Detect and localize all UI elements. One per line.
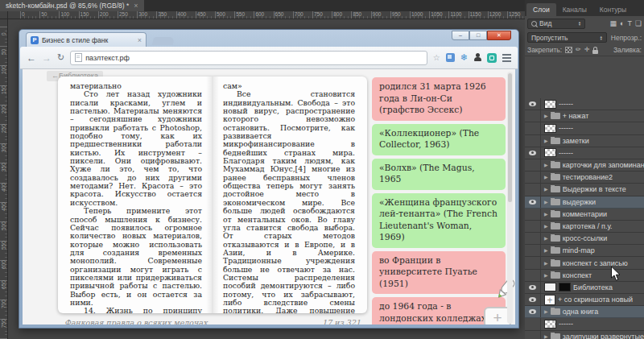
layer-row[interactable]: Библиотека [525, 282, 644, 294]
maximize-button[interactable]: □ [469, 31, 487, 40]
photoshop-document-tab[interactable]: sketch-комбайн.psd @ 85,6% (RGB/8) * × [0, 0, 144, 11]
layer-row[interactable]: ▶выдержки [525, 196, 644, 209]
scrollbar-thumb[interactable] [508, 73, 512, 202]
filter-type-icon[interactable]: ◐ [620, 19, 624, 27]
lock-paint-icon[interactable]: ✏ [576, 47, 581, 53]
lock-all-icon[interactable] [592, 50, 598, 54]
filter-kind-dropdown[interactable]: Вид [527, 19, 585, 29]
filter-type-icon[interactable]: T [627, 19, 632, 27]
layer-thumbnail[interactable] [544, 283, 556, 291]
panel-tab[interactable]: Контуры [593, 3, 633, 16]
sticky-note[interactable]: «Женщина французского лей-тенанта» (The … [372, 193, 506, 248]
panel-tab[interactable]: Слои [526, 3, 556, 16]
layer-row[interactable]: ▶картотека / п.у. [525, 221, 644, 233]
back-icon[interactable]: ← [27, 53, 36, 63]
visibility-toggle[interactable] [525, 306, 541, 317]
expander-icon[interactable]: ▶ [544, 114, 548, 118]
close-icon[interactable]: × [134, 0, 138, 11]
visibility-toggle[interactable] [525, 233, 541, 244]
visibility-toggle[interactable] [525, 110, 541, 122]
visibility-toggle[interactable] [525, 122, 541, 134]
layer-row[interactable]: ▶Выдержки в тексте [525, 184, 644, 196]
address-bar[interactable]: пазлтекст.рф [70, 51, 427, 65]
extension-icon-blue[interactable] [446, 53, 455, 62]
visibility-toggle[interactable] [525, 196, 541, 208]
layer-row[interactable]: ------ [525, 147, 644, 159]
filter-type-icon[interactable]: ▦ [609, 19, 617, 27]
visibility-toggle[interactable] [525, 257, 541, 268]
blend-mode-dropdown[interactable]: Пропустить [527, 32, 607, 43]
visibility-toggle[interactable] [525, 184, 541, 195]
lock-position-icon[interactable]: ✛ [584, 47, 590, 53]
expander-icon[interactable]: ▶ [544, 163, 548, 167]
layer-row[interactable]: ▶конспект с записью [525, 257, 644, 269]
expander-icon[interactable]: ▶ [544, 248, 548, 253]
visibility-toggle[interactable] [525, 209, 541, 220]
layer-thumbnail[interactable] [544, 124, 556, 133]
expander-icon[interactable]: ▶ [544, 212, 548, 217]
mask-thumbnail[interactable] [559, 283, 571, 291]
bookmark-star-icon[interactable]: ☆ [433, 54, 440, 62]
layer-row[interactable]: ------ [525, 98, 644, 110]
visibility-toggle[interactable] [525, 282, 541, 293]
expander-icon[interactable]: ▶ [544, 273, 548, 278]
layer-row[interactable]: ------ [525, 122, 644, 134]
layer-thumbnail[interactable]: + [544, 295, 555, 305]
app-icon-teal[interactable] [487, 53, 497, 63]
forward-icon[interactable]: → [42, 53, 52, 63]
expander-icon[interactable]: ▶ [544, 138, 548, 143]
layer-thumbnail[interactable] [544, 100, 556, 109]
visibility-toggle[interactable] [525, 135, 541, 147]
visibility-toggle[interactable] [525, 172, 541, 183]
sticky-note[interactable]: родился 31 марта 1926 года в Ли-он-Си (г… [372, 77, 506, 121]
close-icon[interactable]: × [138, 36, 142, 44]
filter-type-icon[interactable]: ❏ [635, 19, 642, 27]
layer-row[interactable]: ▶одна книга [525, 306, 644, 318]
close-button[interactable]: ✕ [487, 31, 511, 40]
person-icon[interactable] [473, 53, 481, 62]
layer-row[interactable]: ▶заметки [525, 135, 644, 147]
minimize-button[interactable]: – [452, 31, 469, 40]
visibility-toggle[interactable] [525, 159, 541, 171]
layer-row[interactable]: ▶комментарии [525, 209, 644, 221]
menu-icon[interactable] [502, 54, 511, 56]
layer-thumbnail[interactable] [544, 148, 556, 157]
layer-thumbnail[interactable] [544, 320, 556, 329]
expander-icon[interactable]: ▶ [544, 224, 548, 229]
expander-icon[interactable]: ▶ [544, 236, 548, 241]
sticky-note[interactable]: «Коллекционер» (The Collector, 1963) [372, 124, 506, 155]
sticky-note[interactable]: «Волхв» (The Magus, 1965 [372, 159, 506, 190]
layer-row[interactable]: ▶mind-map [525, 245, 644, 257]
layer-row[interactable]: ------ [525, 318, 644, 330]
layer-row[interactable]: ▶залипушки развернутые [525, 331, 644, 339]
panel-tab[interactable]: Каналы [556, 3, 593, 16]
browser-tab[interactable]: Р Бизнес в стиле фанк × [26, 32, 147, 47]
visibility-toggle[interactable] [525, 147, 541, 159]
visibility-toggle[interactable] [525, 270, 541, 281]
layer-row[interactable]: ▶карточки для запоминания [525, 159, 644, 172]
expander-icon[interactable]: ▶ [544, 261, 548, 266]
layer-row[interactable]: ▶+ нажат [525, 110, 644, 122]
sticky-note[interactable]: во Франции в университете Пуатье (1951) [372, 251, 506, 295]
layer-row[interactable]: ++ со скриншота новый [525, 294, 644, 306]
lock-transparency-icon[interactable] [565, 47, 572, 53]
expander-icon[interactable]: ▶ [544, 200, 548, 205]
layer-row[interactable]: ▶тестирование2 [525, 172, 644, 184]
expander-icon[interactable]: ▶ [544, 175, 548, 180]
visibility-toggle[interactable] [525, 98, 541, 110]
expander-icon[interactable]: ▶ [544, 187, 548, 192]
reload-icon[interactable]: ↻ [57, 53, 64, 62]
expander-icon[interactable]: ▶ [544, 309, 548, 314]
visibility-toggle[interactable] [525, 221, 541, 232]
expander-icon[interactable]: ▶ [544, 334, 548, 339]
new-tab-button[interactable] [152, 37, 175, 45]
layer-row[interactable]: ▶кросс-ссылки [525, 233, 644, 245]
content-scrollbar[interactable] [507, 72, 513, 324]
visibility-toggle[interactable] [525, 294, 541, 305]
visibility-toggle[interactable] [525, 318, 541, 329]
snowflake-extension-icon[interactable]: ❄ [460, 53, 468, 62]
layer-row[interactable]: ▶конспект [525, 270, 644, 282]
book-paragraph: Все становится индивидуальным. Свобода –… [223, 90, 355, 313]
visibility-toggle[interactable] [525, 331, 541, 339]
visibility-toggle[interactable] [525, 245, 541, 256]
